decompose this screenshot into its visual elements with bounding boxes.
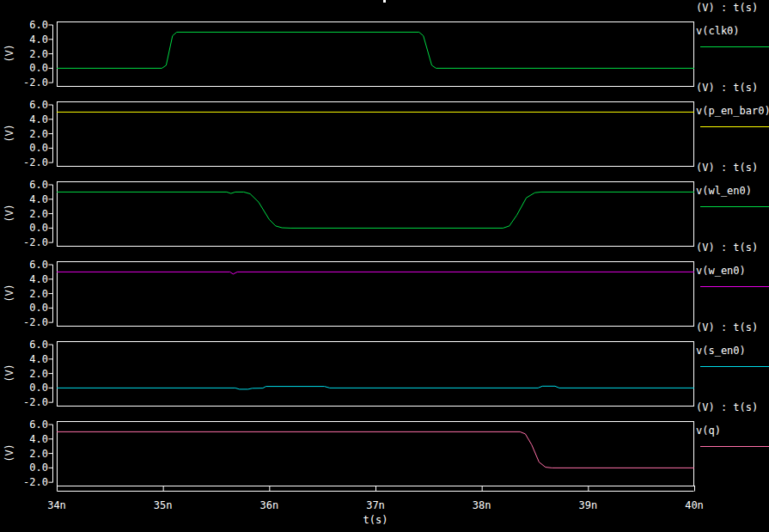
x-tick-label: 39n [569,499,607,511]
y-tick-label-vq: -2.0 [17,476,48,488]
y-axis-unit-label-vclk0: (V) [3,40,15,66]
y-tick-label-vs_en0: 4.0 [17,353,48,365]
plot-box-vwl_en0[interactable] [58,182,694,247]
plot-box-vq[interactable] [58,422,694,486]
signal-name-vclk0[interactable]: v(clk0) [696,25,740,37]
y-tick-label-vclk0: 4.0 [17,34,48,46]
y-tick-label-vp_en_bar0: 0.0 [17,142,48,154]
y-tick-label-vw_en0: -2.0 [17,316,48,328]
y-axis-unit-label-vq: (V) [3,440,15,466]
signal-name-vwl_en0[interactable]: v(wl_en0) [696,185,752,197]
signal-name-vq[interactable]: v(q) [696,425,721,437]
y-tick-label-vq: 0.0 [17,462,48,474]
panel-header-vw_en0: (V) : t(s) [696,242,758,254]
y-tick-label-vs_en0: -2.0 [17,396,48,408]
y-axis-vq [49,425,53,482]
y-tick-label-vwl_en0: 2.0 [17,208,48,220]
y-tick-label-vw_en0: 2.0 [17,288,48,300]
y-tick-label-vq: 2.0 [17,448,48,460]
y-tick-label-vw_en0: 6.0 [17,259,48,271]
signal-name-vp_en_bar0[interactable]: v(p_en_bar0) [696,105,769,117]
y-tick-label-vwl_en0: 6.0 [17,179,48,191]
x-tick-label: 38n [463,499,501,511]
y-axis-unit-label-vp_en_bar0: (V) [3,120,15,146]
y-tick-label-vwl_en0: 0.0 [17,222,48,234]
trace-vw_en0 [57,272,694,274]
trace-vclk0 [57,32,694,68]
y-axis-vwl_en0 [49,185,53,242]
y-tick-label-vclk0: 0.0 [17,62,48,74]
y-axis-unit-label-vw_en0: (V) [3,280,15,306]
y-tick-label-vp_en_bar0: 4.0 [17,113,48,125]
y-axis-vclk0 [49,25,53,83]
y-tick-label-vw_en0: 4.0 [17,273,48,285]
y-axis-vw_en0 [49,265,53,322]
y-tick-label-vs_en0: 6.0 [17,339,48,351]
plot-box-vw_en0[interactable] [58,262,694,327]
y-tick-label-vwl_en0: 4.0 [17,193,48,205]
y-tick-label-vq: 4.0 [17,433,48,445]
signal-name-vs_en0[interactable]: v(s_en0) [696,345,746,357]
y-tick-label-vclk0: -2.0 [17,76,48,89]
x-tick-label: 37n [357,499,394,511]
plot-box-vclk0[interactable] [58,22,694,87]
title-cutoff-mark [383,0,386,3]
y-tick-label-vclk0: 2.0 [17,48,48,60]
x-tick-label: 40n [675,499,713,511]
y-tick-label-vp_en_bar0: 6.0 [17,99,48,111]
y-tick-label-vq: 6.0 [17,419,48,431]
y-axis-unit-label-vs_en0: (V) [3,360,15,386]
y-axis-vp_en_bar0 [49,105,53,162]
y-tick-label-vs_en0: 2.0 [17,368,48,380]
x-tick-label: 34n [38,499,76,511]
x-tick-label: 35n [144,499,182,511]
panel-header-vq: (V) : t(s) [696,401,758,413]
waveform-viewer-window: 6.04.02.00.0-2.0(V)(V) : t(s)v(clk0)6.04… [0,0,769,532]
y-tick-label-vp_en_bar0: 2.0 [17,128,48,140]
y-tick-label-vp_en_bar0: -2.0 [17,156,48,168]
panel-header-vp_en_bar0: (V) : t(s) [696,82,758,94]
y-tick-label-vclk0: 6.0 [17,19,48,31]
panel-header-vclk0: (V) : t(s) [696,2,758,14]
panel-header-vs_en0: (V) : t(s) [696,321,758,333]
waveform-canvas [0,0,769,532]
y-axis-vs_en0 [49,345,53,402]
x-tick-label: 36n [250,499,288,511]
y-tick-label-vw_en0: 0.0 [17,302,48,314]
trace-vq [57,431,694,468]
trace-vs_en0 [57,386,694,389]
signal-name-vw_en0[interactable]: v(w_en0) [696,265,746,277]
panel-header-vwl_en0: (V) : t(s) [696,162,758,174]
y-axis-unit-label-vwl_en0: (V) [3,200,15,226]
x-axis-unit-label: t(s) [357,514,394,526]
y-tick-label-vwl_en0: -2.0 [17,236,48,248]
trace-vwl_en0 [57,192,694,228]
y-tick-label-vs_en0: 0.0 [17,382,48,394]
plot-box-vs_en0[interactable] [58,342,694,407]
plot-box-vp_en_bar0[interactable] [58,102,694,167]
